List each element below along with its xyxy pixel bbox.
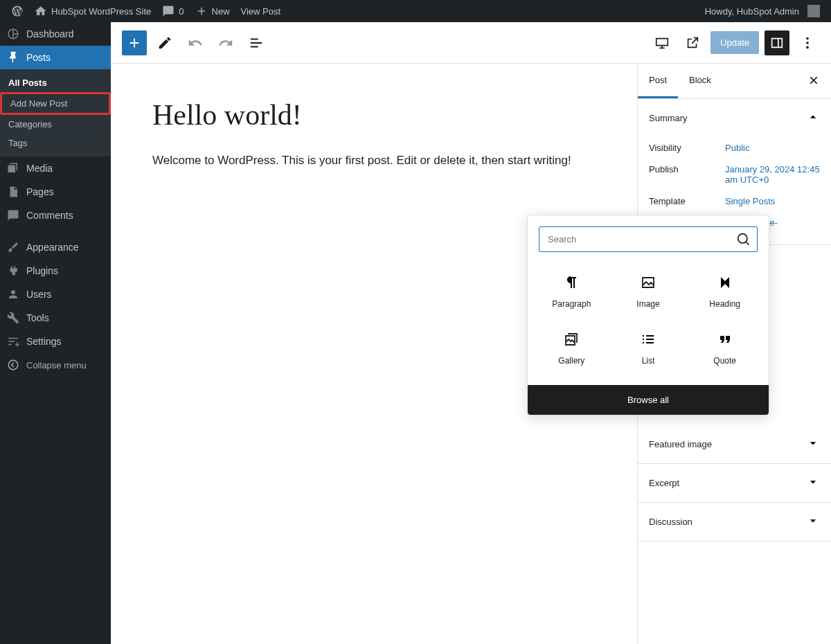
view-post-link[interactable]: View Post: [235, 0, 287, 22]
comments-link[interactable]: 0: [157, 0, 189, 22]
menu-posts[interactable]: Posts: [0, 46, 111, 69]
new-link[interactable]: New: [190, 0, 235, 22]
block-list[interactable]: List: [610, 320, 687, 377]
block-gallery[interactable]: Gallery: [533, 320, 610, 377]
pin-icon: [7, 51, 19, 64]
preview-button[interactable]: [680, 30, 705, 55]
block-paragraph[interactable]: Paragraph: [533, 263, 610, 320]
heading-icon: [717, 274, 733, 291]
discussion-section[interactable]: Discussion: [638, 503, 831, 541]
chevron-down-icon: [806, 436, 820, 450]
submenu-tags[interactable]: Tags: [0, 134, 111, 152]
submenu-add-new-post[interactable]: Add New Post: [0, 92, 111, 115]
publish-label: Publish: [649, 164, 725, 175]
howdy-link[interactable]: Howdy, HubSpot Admin: [699, 0, 825, 22]
search-icon: [737, 233, 751, 247]
site-name-link[interactable]: HubSpot WordPress Site: [29, 0, 157, 22]
tab-block[interactable]: Block: [678, 64, 722, 98]
summary-section-header[interactable]: Summary: [638, 99, 831, 137]
menu-users[interactable]: Users: [0, 283, 111, 306]
block-inserter-popover: Paragraph Image Heading Gallery List Quo…: [527, 215, 769, 415]
redo-icon: [218, 35, 233, 51]
tab-post[interactable]: Post: [638, 64, 678, 98]
posts-submenu: All Posts Add New Post Categories Tags: [0, 69, 111, 156]
template-value[interactable]: Single Posts: [725, 196, 820, 206]
view-button[interactable]: [650, 30, 674, 55]
block-quote[interactable]: Quote: [686, 320, 763, 377]
menu-plugins[interactable]: Plugins: [0, 259, 111, 283]
svg-point-3: [806, 46, 809, 48]
editor-header: Update: [111, 22, 831, 64]
publish-value[interactable]: January 29, 2024 12:45 am UTC+0: [725, 164, 820, 185]
external-icon: [685, 35, 700, 51]
visibility-value[interactable]: Public: [725, 143, 820, 153]
view-post-label: View Post: [241, 6, 281, 17]
home-icon: [35, 5, 47, 17]
media-icon: [7, 162, 19, 175]
sidebar-icon: [769, 35, 785, 51]
gallery-icon: [563, 331, 580, 348]
dashboard-icon: [7, 28, 19, 40]
block-image[interactable]: Image: [610, 263, 687, 320]
close-panel-button[interactable]: [796, 66, 831, 97]
svg-point-1: [806, 37, 809, 39]
wrench-icon: [7, 312, 19, 324]
comment-icon: [7, 209, 19, 222]
collapse-menu[interactable]: Collapse menu: [0, 353, 111, 377]
list-view-icon: [249, 35, 264, 51]
howdy-text: Howdy, HubSpot Admin: [705, 6, 799, 17]
chevron-up-icon: [806, 110, 820, 124]
submenu-all-posts[interactable]: All Posts: [0, 73, 111, 92]
plus-icon: [195, 5, 208, 17]
plug-icon: [7, 265, 19, 277]
menu-settings[interactable]: Settings: [0, 330, 111, 353]
chevron-down-icon: [806, 475, 820, 489]
quote-icon: [717, 331, 733, 348]
browse-all-button[interactable]: Browse all: [528, 385, 769, 415]
edit-icon: [157, 35, 172, 51]
options-button[interactable]: [795, 30, 820, 55]
template-label: Template: [649, 196, 725, 206]
comment-icon: [162, 5, 175, 17]
menu-media[interactable]: Media: [0, 156, 111, 180]
new-label: New: [212, 6, 230, 17]
post-title[interactable]: Hello world!: [152, 98, 596, 132]
image-icon: [640, 274, 656, 291]
featured-image-section[interactable]: Featured image: [638, 425, 831, 463]
sliders-icon: [7, 335, 19, 348]
tools-button[interactable]: [152, 30, 177, 55]
block-inserter-button[interactable]: [122, 30, 147, 55]
wordpress-icon: [11, 5, 24, 17]
svg-point-2: [806, 42, 809, 44]
svg-point-0: [8, 360, 18, 370]
undo-button[interactable]: [183, 30, 208, 55]
paragraph-icon: [563, 274, 580, 291]
avatar: [807, 5, 820, 17]
admin-sidebar: Dashboard Posts All Posts Add New Post C…: [0, 22, 111, 644]
site-name: HubSpot WordPress Site: [51, 6, 151, 17]
close-icon: [807, 74, 820, 87]
wp-logo[interactable]: [6, 0, 29, 22]
block-heading[interactable]: Heading: [686, 263, 763, 320]
excerpt-section[interactable]: Excerpt: [638, 464, 831, 502]
redo-button[interactable]: [213, 30, 238, 55]
block-search-input[interactable]: [539, 226, 758, 252]
collapse-icon: [7, 359, 19, 371]
brush-icon: [7, 241, 19, 253]
chevron-down-icon: [806, 514, 820, 528]
post-content[interactable]: Welcome to WordPress. This is your first…: [152, 151, 596, 170]
submenu-categories[interactable]: Categories: [0, 115, 111, 134]
more-vertical-icon: [800, 35, 815, 51]
document-overview-button[interactable]: [244, 30, 269, 55]
menu-comments[interactable]: Comments: [0, 204, 111, 227]
menu-tools[interactable]: Tools: [0, 306, 111, 330]
settings-sidebar-button[interactable]: [765, 30, 789, 55]
visibility-label: Visibility: [649, 143, 725, 153]
admin-bar: HubSpot WordPress Site 0 New View Post H…: [0, 0, 831, 22]
menu-appearance[interactable]: Appearance: [0, 235, 111, 259]
desktop-icon: [654, 35, 670, 51]
undo-icon: [188, 35, 203, 51]
update-button[interactable]: Update: [711, 31, 759, 54]
menu-pages[interactable]: Pages: [0, 180, 111, 204]
menu-dashboard[interactable]: Dashboard: [0, 22, 111, 46]
